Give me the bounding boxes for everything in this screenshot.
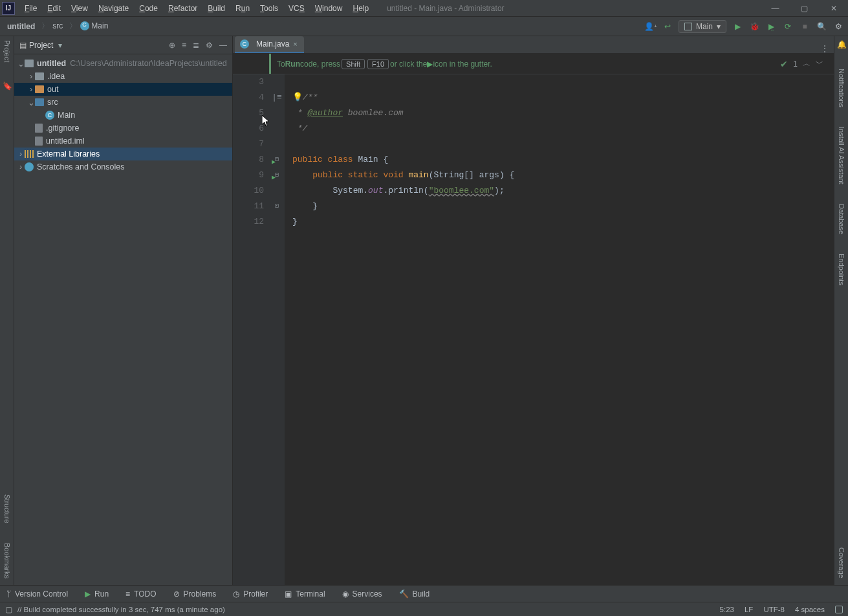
code-content[interactable]: 💡/** * @author boomlee.com */ public cla… — [285, 74, 514, 585]
status-icon[interactable]: ▢ — [5, 605, 12, 614]
tool-todo[interactable]: ≡TODO — [125, 589, 156, 599]
crumb-folder[interactable]: src — [38, 19, 66, 33]
tab-main-java[interactable]: C Main.java × — [235, 36, 304, 53]
rail-ai[interactable]: Install AI Assistant — [838, 127, 845, 184]
profile-run-icon[interactable]: ⟳ — [782, 21, 794, 32]
menu-help[interactable]: Help — [347, 1, 374, 16]
fold-end-icon[interactable]: ⊡ — [275, 199, 279, 214]
rail-database[interactable]: Database — [838, 204, 845, 234]
hint-text: or click the — [390, 60, 427, 69]
minimize-button[interactable]: ― — [761, 0, 790, 17]
readonly-lock-icon[interactable] — [835, 606, 843, 613]
menu-refactor[interactable]: Refactor — [163, 1, 202, 16]
menu-edit[interactable]: Edit — [42, 1, 66, 16]
project-view-dropdown[interactable]: ▾ — [58, 41, 62, 50]
panel-hide-icon[interactable]: ― — [219, 41, 227, 50]
tree-out[interactable]: ›out — [14, 83, 232, 96]
inspections-ok-icon[interactable]: ✔ — [780, 59, 788, 69]
maximize-button[interactable]: ▢ — [790, 0, 819, 17]
coverage-run-icon[interactable]: ▶̤ — [765, 21, 777, 32]
tree-scratches[interactable]: ›Scratches and Consoles — [14, 160, 232, 173]
gutter[interactable]: 3 4 5 6 7 8▶ 9▶ 10 11 12 — [233, 74, 269, 585]
tree-gitignore[interactable]: .gitignore — [14, 122, 232, 135]
warning-icon: ⊘ — [173, 589, 180, 599]
editor-tabbar: C Main.java × ⋮ — [233, 36, 834, 54]
play-icon: ▶ — [85, 589, 91, 599]
menu-navigate[interactable]: Navigate — [93, 1, 134, 16]
inspections-count: 1 — [793, 60, 798, 69]
chevron-down-icon: ▾ — [717, 22, 721, 31]
stop-button[interactable]: ■ — [799, 21, 810, 32]
tool-terminal[interactable]: ▣Terminal — [285, 589, 325, 599]
class-icon: C — [45, 111, 54, 120]
user-add-icon[interactable]: 👤+ — [645, 21, 657, 32]
tool-services[interactable]: ◉Services — [342, 589, 382, 599]
tree-root[interactable]: ⌄ untitled C:\Users\Administrator\IdeaPr… — [14, 57, 232, 70]
collapse-all-icon[interactable]: ≣ — [193, 41, 199, 50]
status-message: // Build completed successfully in 3 sec… — [17, 606, 225, 613]
tab-close-icon[interactable]: × — [293, 40, 297, 48]
code-editor[interactable]: 3 4 5 6 7 8▶ 9▶ 10 11 12 |≡ ⊟ ⊟ ⊡ — [233, 74, 834, 585]
notifications-icon[interactable]: 🔔 — [837, 40, 846, 49]
tool-build[interactable]: 🔨Build — [399, 589, 430, 599]
rail-notifications[interactable]: Notifications — [838, 69, 845, 107]
hint-run: Run — [285, 60, 300, 69]
close-button[interactable]: ✕ — [819, 0, 848, 17]
select-opened-file-icon[interactable]: ⊕ — [169, 41, 175, 50]
menu-window[interactable]: Window — [310, 1, 348, 16]
run-config-selector[interactable]: Main ▾ — [679, 20, 726, 33]
fold-gutter[interactable]: |≡ ⊟ ⊟ ⊡ — [269, 74, 285, 585]
tree-idea[interactable]: ›.idea — [14, 70, 232, 83]
tree-main-class[interactable]: CMain — [14, 109, 232, 122]
tree-external-libs[interactable]: ›External Libraries — [14, 148, 232, 160]
project-tree[interactable]: ⌄ untitled C:\Users\Administrator\IdeaPr… — [14, 54, 232, 585]
window-title: untitled - Main.java - Administrator — [387, 4, 504, 13]
run-button[interactable]: ▶ — [732, 21, 743, 32]
crumb-project[interactable]: untitled — [4, 21, 38, 32]
settings-icon[interactable]: ⚙ — [832, 21, 844, 32]
search-icon[interactable]: 🔍 — [816, 21, 827, 32]
statusbar: ▢ // Build completed successfully in 3 s… — [0, 602, 848, 616]
hint-up-icon[interactable]: ︿ — [803, 58, 810, 69]
bookmark-rail-icon[interactable]: 🔖 — [3, 82, 12, 91]
gutter-run-icon[interactable]: ▶ — [272, 170, 276, 186]
hammer-icon: 🔨 — [399, 589, 409, 599]
rail-project[interactable]: Project — [3, 40, 11, 62]
tree-iml[interactable]: untitled.iml — [14, 135, 232, 148]
menu-vcs[interactable]: VCS — [283, 1, 310, 16]
menu-file[interactable]: File — [19, 1, 42, 16]
tool-vcs[interactable]: ᛘVersion Control — [6, 589, 68, 599]
tool-run[interactable]: ▶Run — [85, 589, 109, 599]
menu-run[interactable]: Run — [230, 1, 255, 16]
tree-src[interactable]: ⌄src — [14, 96, 232, 109]
crumb-file[interactable]: Main — [66, 19, 111, 33]
project-panel-title[interactable]: Project — [29, 41, 53, 50]
tool-problems[interactable]: ⊘Problems — [173, 589, 217, 599]
back-arrow-icon[interactable]: ↩ — [662, 21, 673, 32]
gauge-icon: ◷ — [233, 589, 239, 599]
tool-profiler[interactable]: ◷Profiler — [233, 589, 268, 599]
rail-bookmarks[interactable]: Bookmarks — [3, 543, 11, 578]
list-icon: ≡ — [125, 589, 130, 599]
tab-overflow-icon[interactable]: ⋮ — [821, 44, 834, 53]
expand-all-icon[interactable]: ≡ — [182, 41, 186, 50]
menu-build[interactable]: Build — [202, 1, 230, 16]
caret-position[interactable]: 5:23 — [720, 606, 734, 613]
panel-settings-icon[interactable]: ⚙ — [206, 41, 213, 50]
editor-area: C Main.java × ⋮ To Run code, press Shift… — [233, 36, 834, 585]
debug-button[interactable]: 🐞 — [748, 21, 760, 32]
menu-code[interactable]: Code — [134, 1, 163, 16]
menu-view[interactable]: View — [66, 1, 93, 16]
menu-tools[interactable]: Tools — [255, 1, 283, 16]
rail-structure[interactable]: Structure — [3, 494, 11, 523]
kbd-f10: F10 — [367, 59, 389, 69]
navbar: untitled src Main 👤+ ↩ Main ▾ ▶ 🐞 ▶̤ ⟳ ■… — [0, 17, 848, 36]
hint-down-icon[interactable]: ﹀ — [816, 58, 823, 69]
intention-bulb-icon[interactable]: 💡 — [292, 93, 303, 102]
rail-coverage[interactable]: Coverage — [838, 547, 845, 578]
gutter-run-icon[interactable]: ▶ — [272, 155, 276, 170]
file-encoding[interactable]: UTF-8 — [763, 606, 785, 613]
line-ending[interactable]: LF — [745, 606, 753, 613]
indent-info[interactable]: 4 spaces — [795, 606, 825, 613]
rail-endpoints[interactable]: Endpoints — [838, 254, 845, 285]
